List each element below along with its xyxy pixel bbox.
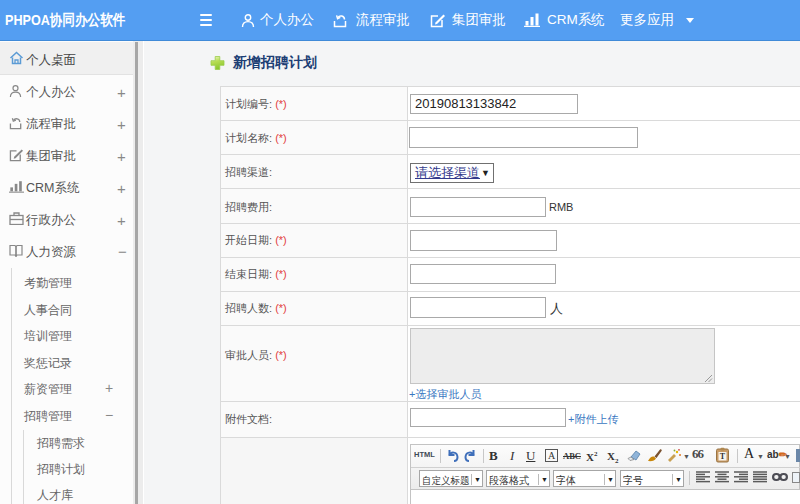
svg-text:T: T	[720, 452, 726, 461]
